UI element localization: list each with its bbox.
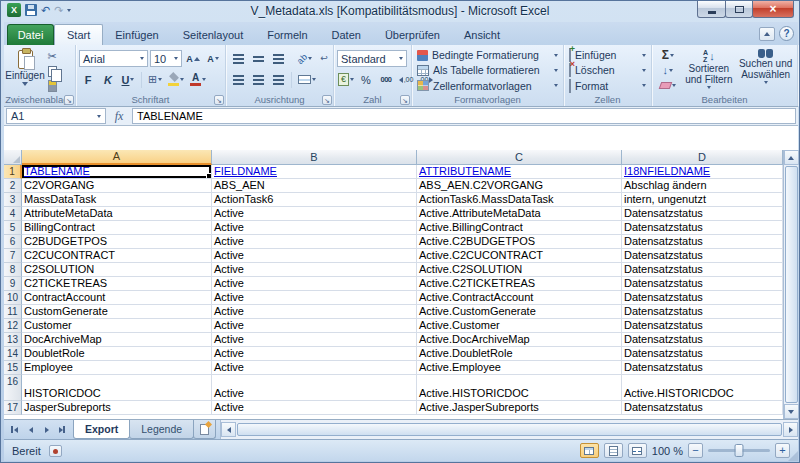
cell-A4[interactable]: AttributeMetaData [22,207,212,221]
orientation-button[interactable]: ab [295,50,313,68]
sort-filter-button[interactable]: AZ↓ Sortieren und Filtern [680,48,737,93]
cell-A17[interactable]: JasperSubreports [22,401,212,415]
cell-B12[interactable]: Active [212,319,417,333]
copy-button[interactable] [43,65,61,79]
cell-A10[interactable]: ContractAccount [22,291,212,305]
alignment-dialog-launcher[interactable]: ↘ [322,95,332,105]
row-header-4[interactable]: 4 [4,207,22,221]
row-header-17[interactable]: 17 [4,401,22,415]
tab-daten[interactable]: Daten [320,24,373,45]
excel-app-icon[interactable]: X [7,3,21,17]
cell-A14[interactable]: DoubletRole [22,347,212,361]
insert-worksheet-button[interactable] [193,420,216,439]
close-button[interactable]: × [752,1,794,18]
align-right-button[interactable] [269,71,287,89]
wrap-text-button[interactable]: ↩ [315,50,333,68]
align-center-button[interactable] [249,71,267,89]
font-name-combo[interactable]: Arial [79,50,148,67]
cell-A9[interactable]: C2TICKETREAS [22,277,212,291]
col-header-A[interactable]: A [22,150,212,165]
fill-button[interactable]: ↓ [655,63,680,77]
row-header-8[interactable]: 8 [4,263,22,277]
cell-C11[interactable]: Active.CustomGenerate [417,305,622,319]
underline-button[interactable]: U [119,71,137,89]
cell-A2[interactable]: C2VORGANG [22,179,212,193]
cell-D9[interactable]: Datensatzstatus [622,277,783,291]
align-top-button[interactable] [229,50,247,68]
find-select-button[interactable]: Suchen und Auswählen [737,48,794,93]
delete-cells-button[interactable]: × Löschen [567,63,648,77]
decrease-font-button[interactable]: A [204,50,222,68]
name-box[interactable]: A1 [6,108,106,124]
cell-D2[interactable]: Abschlag ändern [622,179,783,193]
cell-C4[interactable]: Active.AttributeMetaData [417,207,622,221]
tab-ansicht[interactable]: Ansicht [452,24,512,45]
row-header-16[interactable]: 16 [4,375,22,401]
save-icon[interactable] [25,4,37,16]
file-tab[interactable]: Datei [7,24,54,45]
zoom-out-button[interactable]: − [688,443,703,458]
cell-D15[interactable]: Datensatzstatus [622,361,783,375]
cell-A11[interactable]: CustomGenerate [22,305,212,319]
col-header-C[interactable]: C [417,150,622,165]
sheet-tab-legende[interactable]: Legende [129,420,194,439]
redo-icon[interactable]: ↷ [54,4,63,16]
first-sheet-button[interactable] [7,422,22,437]
align-bottom-button[interactable] [269,50,287,68]
cell-C9[interactable]: Active.C2TICKETREAS [417,277,622,291]
bold-button[interactable]: F [79,71,97,89]
help-button[interactable]: ? [779,26,794,41]
row-header-6[interactable]: 6 [4,235,22,249]
cell-D3[interactable]: intern, ungenutzt [622,193,783,207]
font-color-button[interactable]: A [188,71,208,89]
zoom-slider-thumb[interactable] [735,444,744,457]
row-header-11[interactable]: 11 [4,305,22,319]
undo-icon[interactable]: ↶ [41,4,50,16]
paste-button[interactable]: Einfügen [7,48,43,93]
cell-D12[interactable]: Datensatzstatus [622,319,783,333]
page-break-view-button[interactable] [628,443,647,458]
cell-B13[interactable]: Active [212,333,417,347]
currency-format-button[interactable]: € [337,71,355,89]
format-as-table-button[interactable]: Als Tabelle formatieren [415,63,560,77]
macro-record-button[interactable] [49,445,62,457]
percent-format-button[interactable]: % [357,71,375,89]
cell-C8[interactable]: Active.C2SOLUTION [417,263,622,277]
select-all-corner[interactable] [4,150,22,165]
row-header-9[interactable]: 9 [4,277,22,291]
italic-button[interactable]: K [99,71,117,89]
cell-B14[interactable]: Active [212,347,417,361]
cell-D4[interactable]: Datensatzstatus [622,207,783,221]
cell-C6[interactable]: Active.C2BUDGETPOS [417,235,622,249]
cell-A3[interactable]: MassDataTask [22,193,212,207]
cell-B3[interactable]: ActionTask6 [212,193,417,207]
cell-A12[interactable]: Customer [22,319,212,333]
row-header-14[interactable]: 14 [4,347,22,361]
cell-A13[interactable]: DocArchiveMap [22,333,212,347]
conditional-formatting-button[interactable]: Bedingte Formatierung [415,48,560,62]
clipboard-dialog-launcher[interactable]: ↘ [64,95,74,105]
tab-seitenlayout[interactable]: Seitenlayout [171,24,256,45]
cell-A15[interactable]: Employee [22,361,212,375]
row-header-10[interactable]: 10 [4,291,22,305]
insert-cells-button[interactable]: + Einfügen [567,48,648,62]
sheet-tab-export[interactable]: Export [73,420,130,439]
increase-font-button[interactable]: A [184,50,202,68]
cell-C13[interactable]: Active.DocArchiveMap [417,333,622,347]
number-format-combo[interactable]: Standard [337,50,407,67]
merge-center-button[interactable] [296,71,318,89]
cell-B8[interactable]: Active [212,263,417,277]
format-cells-button[interactable]: Format [567,79,648,93]
cell-C7[interactable]: Active.C2CUCONTRACT [417,249,622,263]
cell-B7[interactable]: Active [212,249,417,263]
clear-button[interactable] [655,79,680,93]
cell-D13[interactable]: Datensatzstatus [622,333,783,347]
cell-C1[interactable]: ATTRIBUTENAME [417,165,622,179]
maximize-button[interactable] [725,1,753,18]
minimize-button[interactable] [697,1,726,18]
cell-C17[interactable]: Active.JasperSubreports [417,401,622,415]
cell-B10[interactable]: Active [212,291,417,305]
col-header-B[interactable]: B [212,150,417,165]
cell-B5[interactable]: Active [212,221,417,235]
cell-B4[interactable]: Active [212,207,417,221]
